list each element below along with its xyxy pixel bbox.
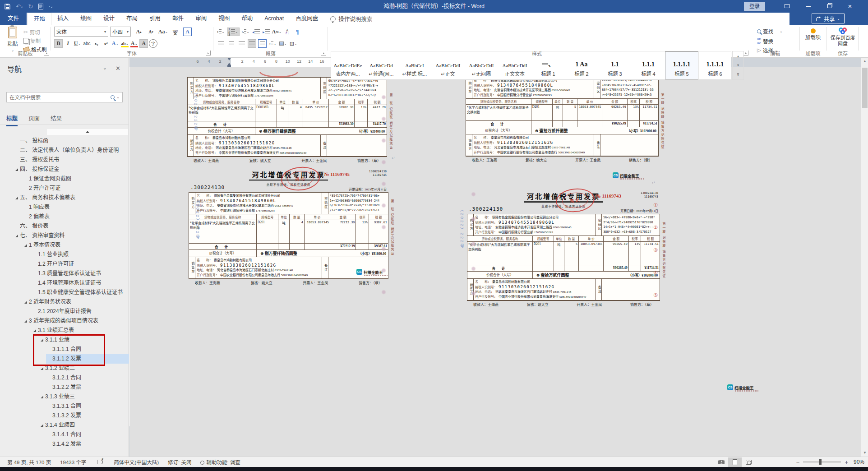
phonetic-guide-icon[interactable]: wén文 — [171, 28, 180, 36]
nav-item-14[interactable]: 1.3 质量管理体系认证证书 — [32, 269, 129, 278]
style-标题-3[interactable]: 1.1标题 3 — [598, 51, 632, 79]
enclose-characters-icon[interactable]: 字 — [149, 39, 157, 48]
nav-item-4[interactable]: 1 保证金网页截图 — [23, 174, 129, 184]
vertical-scrollbar[interactable]: ▲ ▼ — [861, 58, 868, 457]
expand-icon[interactable] — [39, 367, 45, 370]
paragraph-dialog-launcher[interactable] — [321, 51, 326, 55]
highlight-color-icon[interactable]: ab⌄ — [120, 39, 129, 48]
word-count[interactable]: 19433 个字 — [55, 458, 91, 466]
save-to-baidu-button[interactable]: 保存到百度网盘 — [829, 28, 856, 47]
decrease-indent-icon[interactable]: ◂ — [252, 28, 260, 36]
asian-layout-icon[interactable]: A⇋⌄ — [272, 28, 281, 36]
accessibility-indicator[interactable]: 辅助功能: 调查 — [196, 458, 245, 466]
ribbon-tab-9[interactable]: 视图 — [212, 13, 235, 25]
align-right-icon[interactable] — [237, 39, 246, 48]
strikethrough-button[interactable]: abc — [83, 39, 91, 48]
borders-icon[interactable]: ⊞⌄ — [289, 39, 298, 48]
left-indent-marker[interactable] — [227, 63, 231, 67]
nav-item-10[interactable]: 七、 资格审查资料 — [14, 231, 129, 240]
distribute-icon[interactable] — [258, 39, 267, 48]
ribbon-tab-6[interactable]: 引用 — [143, 13, 166, 25]
shading-icon[interactable]: ⌄ — [279, 39, 287, 48]
cut-button[interactable]: ✂剪切 — [23, 28, 40, 36]
invoice-image-4[interactable]: .300224130河北增值税专用发票此联不作报销、扣税凭证使用№ 111697… — [467, 189, 660, 315]
nav-item-7[interactable]: 1 响应表 — [23, 203, 129, 212]
style--样式-标-[interactable]: AaBbCcI↵样式 标... — [398, 51, 431, 79]
character-border-icon[interactable]: A — [183, 28, 192, 36]
nav-item-17[interactable]: 2 近年财务状况表 — [23, 297, 129, 307]
expand-icon[interactable] — [39, 339, 45, 342]
search-dropdown-icon[interactable]: ⌄ — [116, 95, 120, 99]
styles-gallery-more[interactable]: ▴▾⊽ — [732, 51, 744, 80]
nav-item-29[interactable]: 3.1.3.2 发票 — [46, 411, 129, 420]
paste-button[interactable]: 粘贴⌄ — [4, 27, 22, 52]
sign-in-button[interactable]: 登录 — [744, 2, 765, 11]
nav-item-5[interactable]: 2 开户许可证 — [23, 184, 129, 193]
ribbon-tab-2[interactable]: 插入 — [51, 13, 74, 25]
replace-button[interactable]: abac替换 — [757, 37, 773, 45]
copy-button[interactable]: 复制 — [23, 37, 41, 44]
ribbon-display-options-icon[interactable] — [778, 0, 796, 13]
nav-item-31[interactable]: 3.1.4.1 合同 — [46, 430, 129, 439]
zoom-slider-thumb[interactable] — [819, 459, 822, 465]
add-ins-button[interactable]: 加载项 — [803, 28, 823, 41]
ribbon-tab-0[interactable]: 文件 — [0, 13, 27, 25]
nav-item-25[interactable]: 3.1.2.1 合同 — [46, 373, 129, 383]
style--普通-网-[interactable]: AaBbCcDd↵普通(网... — [365, 51, 398, 79]
nav-item-16[interactable]: 1.5 职业健康安全管理体系认证证书 — [32, 288, 129, 297]
zoom-out-button[interactable]: − — [796, 459, 800, 466]
ribbon-tab-3[interactable]: 绘图 — [74, 13, 97, 25]
expand-icon[interactable] — [23, 244, 29, 247]
search-input[interactable] — [7, 95, 111, 100]
nav-item-13[interactable]: 1.2 开户许可证 — [32, 259, 129, 269]
font-color-icon[interactable]: A⌄ — [130, 39, 139, 48]
nav-item-0[interactable]: 一、 投标函 — [14, 136, 129, 146]
ribbon-tab-5[interactable]: 布局 — [120, 13, 143, 25]
nav-item-32[interactable]: 3.1.4.2 发票 — [46, 439, 129, 449]
style--无间隔[interactable]: AaBbCcDdI↵无间隔 — [465, 51, 498, 79]
expand-icon[interactable] — [32, 329, 38, 332]
nav-close-icon[interactable]: ✕ — [115, 65, 120, 72]
ribbon-tab-11[interactable]: Acrobat — [259, 13, 290, 25]
bold-button[interactable]: B — [54, 39, 63, 48]
subscript-button[interactable]: x₂ — [92, 39, 101, 48]
nav-item-26[interactable]: 3.1.2.2 发票 — [46, 383, 129, 392]
nav-item-12[interactable]: 1.1 营业执照 — [32, 250, 129, 259]
web-layout-button[interactable] — [742, 457, 755, 467]
zoom-level[interactable]: 90% — [854, 459, 864, 465]
scrollbar-thumb[interactable] — [862, 68, 868, 108]
sort-icon[interactable]: AZ↓ — [283, 28, 291, 36]
first-line-indent-marker[interactable] — [227, 58, 231, 60]
nav-item-27[interactable]: 3.1.3 业绩三 — [39, 392, 129, 402]
scroll-down-icon[interactable]: ▼ — [861, 449, 868, 457]
page-indicator[interactable]: 第 49 页, 共 170 页 — [0, 458, 55, 466]
clipboard-dialog-launcher[interactable] — [44, 51, 49, 55]
line-spacing-icon[interactable]: ↕⌄ — [268, 39, 277, 48]
superscript-button[interactable]: x² — [102, 39, 110, 48]
style-标题-4[interactable]: 1.1.1标题 4 — [632, 51, 665, 79]
invoice-image-3[interactable]: 购买方名 称：铜陵有色金属集团股份有限公司金冠铜业分公司纳税人识别号：91340… — [466, 69, 659, 162]
nav-item-1[interactable]: 二、 法定代表人（单位负责人）身份证明 — [14, 146, 129, 155]
find-button[interactable]: 查找⌄ — [757, 28, 783, 35]
style-标题-2[interactable]: 1 Aa标题 2 — [565, 51, 598, 79]
nav-item-18[interactable]: 2.1 2024年度审计报告 — [32, 307, 129, 316]
style-标题-6[interactable]: 1.1.1.1标题 6 — [698, 51, 731, 79]
increase-indent-icon[interactable]: ▸ — [262, 28, 271, 36]
nav-item-15[interactable]: 1.4 环境管理体系认证证书 — [32, 278, 129, 288]
nav-item-28[interactable]: 3.1.3.1 合同 — [46, 402, 129, 411]
expand-icon[interactable] — [14, 197, 20, 199]
nav-item-24[interactable]: 3.1.2 业绩二 — [39, 364, 129, 373]
shrink-font-icon[interactable]: A▾ — [147, 28, 155, 36]
zoom-in-button[interactable]: + — [845, 459, 848, 466]
style--正文[interactable]: AaBbCcDdI↵正文 — [431, 51, 465, 79]
style-正文文本[interactable]: AaBbCcDdI正文文本 — [498, 51, 531, 79]
nav-item-11[interactable]: 1 基本情况表 — [23, 240, 129, 250]
grow-font-icon[interactable]: A▴ — [134, 28, 143, 36]
font-family-select[interactable]: 宋体▾ — [54, 27, 108, 37]
justify-button[interactable] — [248, 39, 256, 48]
underline-button[interactable]: U⌄ — [73, 39, 82, 48]
language-indicator[interactable]: 简体中文(中国大陆) — [109, 458, 163, 466]
nav-item-22[interactable]: 3.1.1.1 合同 — [46, 345, 129, 354]
nav-item-9[interactable]: 六、 报价表 — [14, 222, 129, 231]
invoice-image-1[interactable]: 购买方名 称：铜陵有色金属集团股份有限公司金冠铜业分公司纳税人识别号：91340… — [187, 69, 387, 162]
